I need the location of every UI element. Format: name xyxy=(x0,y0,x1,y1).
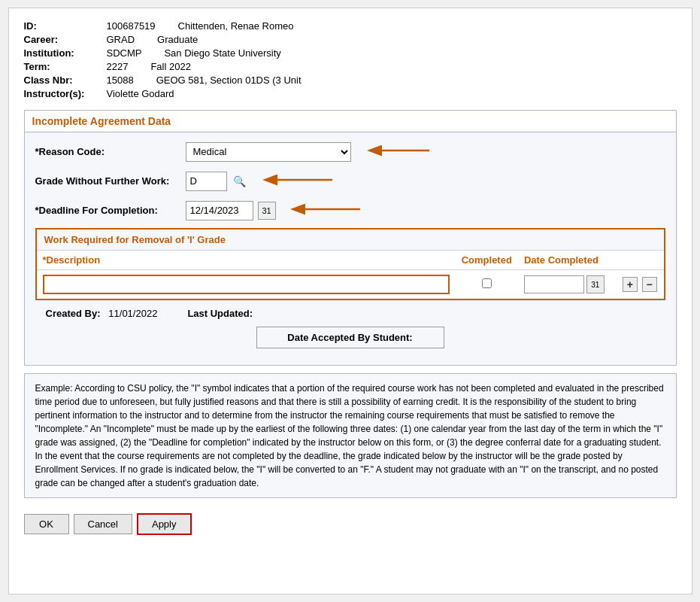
id-label: ID: xyxy=(24,20,107,32)
add-row-button[interactable]: + xyxy=(623,277,638,292)
info-row-institution: Institution: SDCMP San Diego State Unive… xyxy=(24,47,677,59)
date-completed-col-header: Date Completed xyxy=(518,251,616,270)
remove-row-button[interactable]: − xyxy=(642,277,657,292)
add-remove-cell: + − xyxy=(616,270,664,299)
cancel-button[interactable]: Cancel xyxy=(74,514,132,534)
date-completed-input[interactable] xyxy=(524,275,584,293)
grade-input[interactable] xyxy=(186,172,227,191)
id-value: 100687519 xyxy=(107,20,156,32)
page-container: ID: 100687519 Chittenden, Renae Romeo Ca… xyxy=(8,8,692,594)
arrow-grade xyxy=(257,169,332,190)
agreement-header: Incomplete Agreement Data xyxy=(25,111,676,132)
last-updated-label: Last Updated: xyxy=(187,308,258,319)
info-row-instructor: Instructor(s): Violette Godard xyxy=(24,88,677,99)
agreement-title: Incomplete Agreement Data xyxy=(32,115,171,127)
apply-button[interactable]: Apply xyxy=(137,513,192,535)
arrow-deadline xyxy=(285,199,360,220)
grade-row: Grade Without Further Work: xyxy=(35,169,665,193)
deadline-label: *Deadline For Completion: xyxy=(35,205,186,216)
completed-cell xyxy=(456,270,518,299)
work-required-title: Work Required for Removal of 'I' Grade xyxy=(44,234,226,245)
agreement-box: Incomplete Agreement Data *Reason Code: … xyxy=(24,110,677,366)
work-table: *Description Completed Date Completed xyxy=(37,251,664,299)
info-row-career: Career: GRAD Graduate xyxy=(24,34,677,45)
grade-label: Grade Without Further Work: xyxy=(35,175,186,187)
work-required-box: Work Required for Removal of 'I' Grade *… xyxy=(35,228,665,300)
ok-button[interactable]: OK xyxy=(24,514,69,534)
completed-col-header: Completed xyxy=(456,251,518,270)
instructors-label: Instructor(s): xyxy=(24,88,107,99)
term-code: 2227 xyxy=(107,61,129,72)
career-label: Career: xyxy=(24,34,107,45)
institution-name: San Diego State University xyxy=(164,47,280,59)
info-row-id: ID: 100687519 Chittenden, Renae Romeo xyxy=(24,20,677,32)
date-accepted-inner: Date Accepted By Student: xyxy=(256,327,444,348)
description-col-header: *Description xyxy=(37,251,456,270)
grade-search-button[interactable] xyxy=(232,173,248,190)
button-row: OK Cancel Apply xyxy=(24,509,677,540)
agreement-body: *Reason Code: Medical Personal Other xyxy=(25,132,676,365)
id-name: Chittenden, Renae Romeo xyxy=(178,20,294,32)
instructor-value: Violette Godard xyxy=(107,88,174,99)
reason-code-select[interactable]: Medical Personal Other xyxy=(186,142,351,162)
created-by-label: Created By: 11/01/2022 xyxy=(46,308,158,319)
class-name: GEOG 581, Section 01DS (3 Unit xyxy=(156,74,302,86)
date-completed-cell: 31 xyxy=(518,270,616,299)
notice-text: Example: According to CSU policy, the "I… xyxy=(35,383,664,488)
reason-code-label: *Reason Code: xyxy=(35,146,186,157)
student-info: ID: 100687519 Chittenden, Renae Romeo Ca… xyxy=(24,20,677,99)
class-nbr-label: Class Nbr: xyxy=(24,74,107,86)
created-by-value: 11/01/2022 xyxy=(108,308,157,319)
date-completed-calendar-icon: 31 xyxy=(591,281,599,289)
reason-code-row: *Reason Code: Medical Personal Other xyxy=(35,140,665,163)
calendar-icon: 31 xyxy=(262,206,271,215)
info-row-class: Class Nbr: 15088 GEOG 581, Section 01DS … xyxy=(24,74,677,86)
description-input[interactable] xyxy=(43,275,450,294)
work-table-header-row: *Description Completed Date Completed xyxy=(37,251,664,270)
term-label: Term: xyxy=(24,61,107,72)
action-col-header xyxy=(616,251,664,270)
date-accepted-box: Date Accepted By Student: xyxy=(46,327,655,348)
deadline-calendar-button[interactable]: 31 xyxy=(258,202,276,220)
meta-row: Created By: 11/01/2022 Last Updated: xyxy=(35,300,665,327)
reason-code-control-group: Medical Personal Other xyxy=(186,140,665,163)
term-name: Fall 2022 xyxy=(150,61,190,72)
arrow-reason-code xyxy=(362,140,429,161)
table-row: 31 + − xyxy=(37,270,664,299)
deadline-control-group: 31 xyxy=(186,199,665,222)
info-row-term: Term: 2227 Fall 2022 xyxy=(24,61,677,72)
deadline-input[interactable] xyxy=(186,201,253,220)
institution-label: Institution: xyxy=(24,47,107,59)
career-name: Graduate xyxy=(157,34,198,45)
institution-code: SDCMP xyxy=(107,47,142,59)
notice-box: Example: According to CSU policy, the "I… xyxy=(24,373,677,498)
deadline-row: *Deadline For Completion: 31 xyxy=(35,199,665,222)
date-completed-calendar-button[interactable]: 31 xyxy=(586,275,605,293)
description-cell xyxy=(37,270,456,299)
grade-control-group xyxy=(186,169,665,193)
class-nbr-value: 15088 xyxy=(107,74,134,86)
search-icon xyxy=(233,175,246,187)
completed-checkbox[interactable] xyxy=(482,278,492,288)
work-required-header: Work Required for Removal of 'I' Grade xyxy=(37,230,664,251)
career-code: GRAD xyxy=(107,34,135,45)
